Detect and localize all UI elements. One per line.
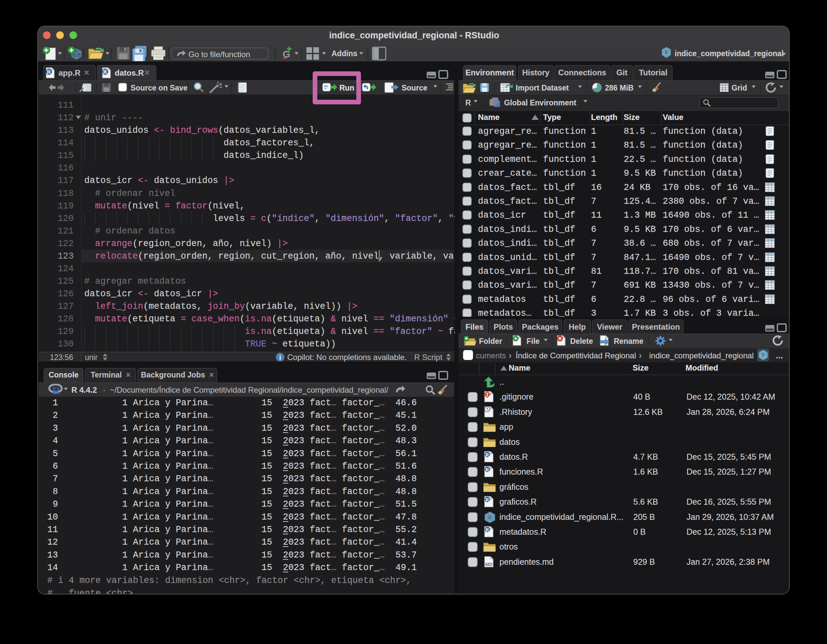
- svg-text:R: R: [47, 69, 51, 75]
- svg-text:R: R: [665, 49, 668, 55]
- svg-text:R: R: [488, 514, 492, 521]
- svg-text:R: R: [103, 69, 108, 75]
- svg-text:R: R: [52, 384, 61, 395]
- svg-text:R: R: [485, 497, 489, 502]
- svg-text:R: R: [485, 452, 489, 457]
- svg-text:i: i: [279, 354, 281, 361]
- svg-text:MD: MD: [485, 562, 493, 567]
- svg-text:R: R: [485, 527, 489, 532]
- svg-text:R: R: [485, 467, 489, 472]
- svg-text:R: R: [761, 352, 765, 357]
